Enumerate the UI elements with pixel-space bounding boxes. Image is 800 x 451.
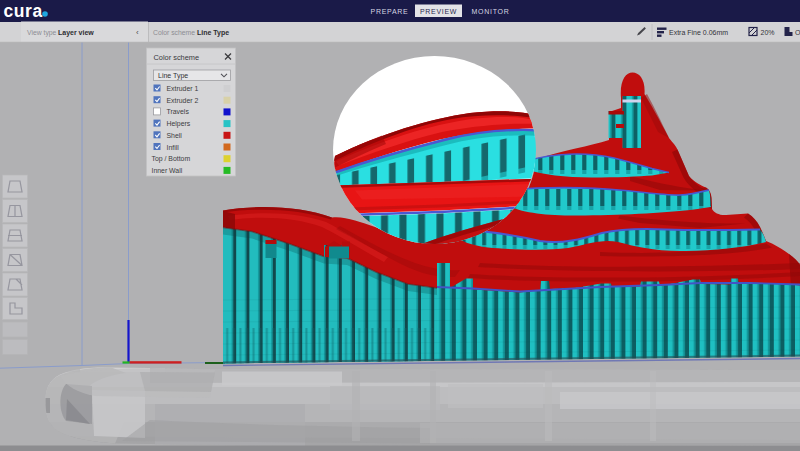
svg-text:Layer view: Layer view (58, 29, 94, 37)
svg-text:Shell: Shell (167, 132, 183, 139)
svg-text:cura: cura (4, 1, 43, 21)
svg-text:PREVIEW: PREVIEW (420, 8, 457, 15)
svg-text:O: O (795, 29, 800, 36)
svg-text:Extruder 2: Extruder 2 (167, 97, 199, 104)
svg-text:Color scheme: Color scheme (154, 53, 200, 62)
svg-text:Top / Bottom: Top / Bottom (152, 155, 191, 163)
svg-text:Extra Fine 0.06mm: Extra Fine 0.06mm (669, 29, 728, 36)
svg-text:Line Type: Line Type (197, 29, 229, 37)
svg-text:View type: View type (27, 29, 57, 37)
svg-text:Inner Wall: Inner Wall (152, 167, 183, 174)
svg-text:Helpers: Helpers (167, 120, 191, 128)
svg-text:Extruder 1: Extruder 1 (167, 85, 199, 92)
svg-text:Color scheme: Color scheme (153, 29, 195, 36)
svg-text:Travels: Travels (167, 108, 190, 115)
svg-text:MONITOR: MONITOR (472, 8, 510, 15)
svg-text:Line Type: Line Type (158, 72, 188, 80)
svg-text:‹: ‹ (136, 28, 139, 37)
svg-text:PREPARE: PREPARE (371, 8, 409, 15)
svg-text:Infill: Infill (167, 144, 180, 151)
svg-text:20%: 20% (761, 29, 775, 36)
